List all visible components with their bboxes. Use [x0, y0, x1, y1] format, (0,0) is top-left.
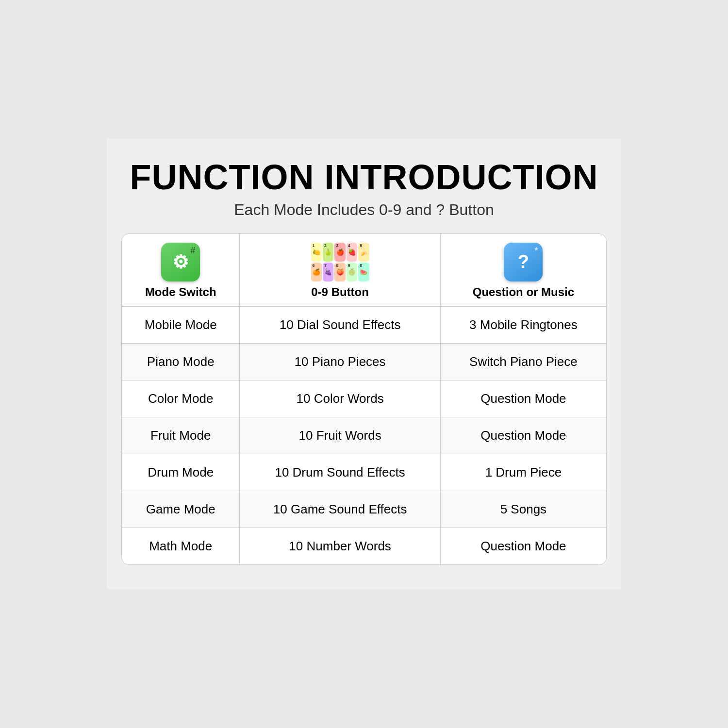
table-row: Fruit Mode 10 Fruit Words Question Mode: [122, 417, 606, 454]
mode-cell: Drum Mode: [122, 454, 240, 491]
header-label-button: 0-9 Button: [311, 285, 369, 298]
table-row: Math Mode 10 Number Words Question Mode: [122, 528, 606, 564]
header-question: ? Question or Music: [440, 234, 606, 306]
gear-icon: ⚙: [172, 253, 189, 271]
mode-cell: Color Mode: [122, 380, 240, 417]
fruit-tile-4: 4🍓: [347, 243, 357, 262]
question-cell: 1 Drum Piece: [440, 454, 606, 491]
table-body: Mobile Mode 10 Dial Sound Effects 3 Mobi…: [122, 306, 606, 564]
button-cell: 10 Fruit Words: [240, 417, 440, 454]
page-title: FUNCTION INTRODUCTION: [121, 158, 607, 197]
fruit-tile-9: 9🍈: [347, 263, 357, 281]
question-mark-icon: ?: [518, 251, 529, 272]
page-subtitle: Each Mode Includes 0-9 and ? Button: [121, 201, 607, 219]
function-table: ⚙ Mode Switch 1🍋2🍐3🍎4🍓5🍌6🍊7🍇8🍑9🍈0🍉 0-9 B…: [122, 234, 606, 564]
fruit-tile-5: 5🍌: [358, 243, 369, 262]
fruit-tile-7: 7🍇: [323, 263, 333, 281]
question-cell: Question Mode: [440, 380, 606, 417]
question-cell: Question Mode: [440, 417, 606, 454]
button-cell: 10 Color Words: [240, 380, 440, 417]
header-label-question: Question or Music: [473, 285, 574, 298]
fruit-tile-6: 6🍊: [311, 263, 322, 281]
table-row: Mobile Mode 10 Dial Sound Effects 3 Mobi…: [122, 306, 606, 344]
page-wrapper: FUNCTION INTRODUCTION Each Mode Includes…: [107, 139, 621, 589]
table-row: Drum Mode 10 Drum Sound Effects 1 Drum P…: [122, 454, 606, 491]
button-cell: 10 Game Sound Effects: [240, 491, 440, 528]
table-row: Game Mode 10 Game Sound Effects 5 Songs: [122, 491, 606, 528]
table-row: Piano Mode 10 Piano Pieces Switch Piano …: [122, 343, 606, 380]
fruit-tile-2: 2🍐: [323, 243, 333, 262]
mode-cell: Math Mode: [122, 528, 240, 564]
question-cell: Switch Piano Piece: [440, 343, 606, 380]
button-cell: 10 Piano Pieces: [240, 343, 440, 380]
mode-cell: Game Mode: [122, 491, 240, 528]
header-button-grid: 1🍋2🍐3🍎4🍓5🍌6🍊7🍇8🍑9🍈0🍉 0-9 Button: [240, 234, 440, 306]
fruit-tile-3: 3🍎: [334, 243, 345, 262]
mode-cell: Fruit Mode: [122, 417, 240, 454]
mode-cell: Mobile Mode: [122, 306, 240, 344]
button-cell: 10 Number Words: [240, 528, 440, 564]
mode-switch-icon: ⚙: [161, 243, 200, 281]
mode-cell: Piano Mode: [122, 343, 240, 380]
table-container: ⚙ Mode Switch 1🍋2🍐3🍎4🍓5🍌6🍊7🍇8🍑9🍈0🍉 0-9 B…: [121, 233, 607, 565]
header-label-mode: Mode Switch: [145, 285, 216, 298]
button-cell: 10 Drum Sound Effects: [240, 454, 440, 491]
question-cell: 3 Mobile Ringtones: [440, 306, 606, 344]
button-cell: 10 Dial Sound Effects: [240, 306, 440, 344]
fruit-tile-8: 8🍑: [334, 263, 345, 281]
question-cell: Question Mode: [440, 528, 606, 564]
fruit-tile-1: 1🍋: [311, 243, 322, 262]
table-header-row: ⚙ Mode Switch 1🍋2🍐3🍎4🍓5🍌6🍊7🍇8🍑9🍈0🍉 0-9 B…: [122, 234, 606, 306]
header-mode-switch: ⚙ Mode Switch: [122, 234, 240, 306]
question-icon: ?: [504, 243, 543, 281]
question-cell: 5 Songs: [440, 491, 606, 528]
fruit-tile-0: 0🍉: [358, 263, 369, 281]
button-grid-icon: 1🍋2🍐3🍎4🍓5🍌6🍊7🍇8🍑9🍈0🍉: [311, 243, 369, 281]
table-row: Color Mode 10 Color Words Question Mode: [122, 380, 606, 417]
